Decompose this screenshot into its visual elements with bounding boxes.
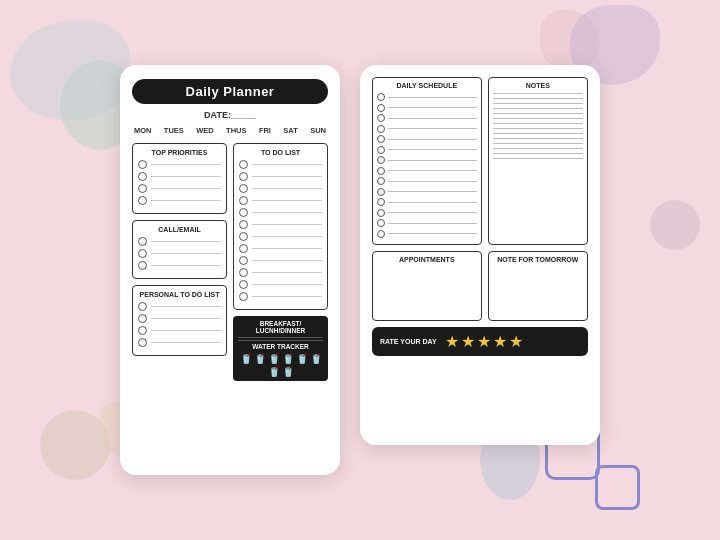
- personal-circle-4: [138, 338, 147, 347]
- todo-circle-10: [239, 268, 248, 277]
- water-cups: 🥤 🥤 🥤 🥤 🥤 🥤 🥤 🥤: [238, 353, 323, 377]
- rate-day-stars: ★★★★★: [445, 332, 525, 351]
- todo-circle-9: [239, 256, 248, 265]
- call-row-3: [138, 261, 221, 270]
- call-email-title: CALL/EMAIL: [138, 226, 221, 233]
- pages-container: Daily Planner DATE:_____ MON TUES WED TH…: [120, 65, 600, 475]
- cup-2: 🥤: [254, 353, 266, 364]
- todo-circle-11: [239, 280, 248, 289]
- cup-1: 🥤: [240, 353, 252, 364]
- sched-circle-7: [377, 156, 385, 164]
- schedule-box: DAILY SCHEDULE: [372, 77, 482, 245]
- todo-circle-3: [239, 184, 248, 193]
- sched-circle-3: [377, 114, 385, 122]
- sched-circle-9: [377, 177, 385, 185]
- priority-row-1: [138, 160, 221, 169]
- sched-circle-1: [377, 93, 385, 101]
- meal-line-2: [238, 340, 323, 341]
- todo-circle-2: [239, 172, 248, 181]
- call-row-2: [138, 249, 221, 258]
- todo-circle-4: [239, 196, 248, 205]
- call-circle-1: [138, 237, 147, 246]
- personal-row-4: [138, 338, 221, 347]
- sched-circle-11: [377, 198, 385, 206]
- schedule-title: DAILY SCHEDULE: [377, 82, 477, 89]
- decorative-rect-2: [595, 465, 640, 510]
- note-tomorrow-box: NOTE FOR TOMORROW: [488, 251, 588, 321]
- top-priorities-title: TOP PRIORITIES: [138, 149, 221, 156]
- day-tues: TUES: [164, 126, 184, 135]
- sched-circle-2: [377, 104, 385, 112]
- rate-day-label: RATE YOUR DAY: [380, 338, 437, 345]
- priority-row-3: [138, 184, 221, 193]
- sched-circle-4: [377, 125, 385, 133]
- personal-row-2: [138, 314, 221, 323]
- sched-circle-5: [377, 135, 385, 143]
- meal-line-1: [238, 337, 323, 338]
- left-page: Daily Planner DATE:_____ MON TUES WED TH…: [120, 65, 340, 475]
- day-sat: SAT: [283, 126, 297, 135]
- todo-circle-6: [239, 220, 248, 229]
- right-page: DAILY SCHEDULE NOTES: [360, 65, 600, 445]
- todo-circle-1: [239, 160, 248, 169]
- todo-list-title: TO DO LIST: [239, 149, 322, 156]
- right-top-section: DAILY SCHEDULE NOTES: [372, 77, 588, 245]
- personal-row-1: [138, 302, 221, 311]
- cup-4: 🥤: [282, 353, 294, 364]
- personal-todo-title: PERSONAL TO DO LIST: [138, 291, 221, 298]
- right-sections-col: TO DO LIST BREAKFAST/ LUCNH/DI: [233, 143, 328, 381]
- left-sections-col: TOP PRIORITIES CALL/EMAIL PERSONAL TO DO…: [132, 143, 227, 381]
- personal-circle-2: [138, 314, 147, 323]
- notes-title: NOTES: [493, 82, 583, 89]
- todo-circle-8: [239, 244, 248, 253]
- sched-circle-14: [377, 230, 385, 238]
- sched-circle-12: [377, 209, 385, 217]
- day-wed: WED: [196, 126, 214, 135]
- sched-circle-10: [377, 188, 385, 196]
- sched-circle-8: [377, 167, 385, 175]
- personal-row-3: [138, 326, 221, 335]
- priority-circle-1: [138, 160, 147, 169]
- todo-list-box: TO DO LIST: [233, 143, 328, 310]
- top-priorities-box: TOP PRIORITIES: [132, 143, 227, 214]
- meal-title: BREAKFAST/ LUCNH/DINNER: [238, 320, 323, 334]
- todo-circle-7: [239, 232, 248, 241]
- note-tomorrow-title: NOTE FOR TOMORROW: [493, 256, 583, 263]
- days-row: MON TUES WED THUS FRI SAT SUN: [132, 126, 328, 135]
- page-title: Daily Planner: [132, 79, 328, 104]
- priority-circle-3: [138, 184, 147, 193]
- meal-water-box: BREAKFAST/ LUCNH/DINNER WATER TRACKER 🥤 …: [233, 316, 328, 381]
- priority-row-2: [138, 172, 221, 181]
- priority-row-4: [138, 196, 221, 205]
- cup-5: 🥤: [296, 353, 308, 364]
- sched-circle-6: [377, 146, 385, 154]
- day-thus: THUS: [226, 126, 246, 135]
- personal-circle-1: [138, 302, 147, 311]
- sched-circle-13: [377, 219, 385, 227]
- right-bottom-section: APPOINTMENTS NOTE FOR TOMORROW: [372, 251, 588, 321]
- call-row-1: [138, 237, 221, 246]
- cup-8: 🥤: [282, 366, 294, 377]
- priority-circle-2: [138, 172, 147, 181]
- cup-6: 🥤: [310, 353, 322, 364]
- decorative-blob-8: [650, 200, 700, 250]
- rate-day-box: RATE YOUR DAY ★★★★★: [372, 327, 588, 356]
- appointments-title: APPOINTMENTS: [377, 256, 477, 263]
- todo-circle-12: [239, 292, 248, 301]
- call-circle-3: [138, 261, 147, 270]
- appointments-box: APPOINTMENTS: [372, 251, 482, 321]
- personal-todo-box: PERSONAL TO DO LIST: [132, 285, 227, 356]
- cup-3: 🥤: [268, 353, 280, 364]
- personal-circle-3: [138, 326, 147, 335]
- day-fri: FRI: [259, 126, 271, 135]
- day-mon: MON: [134, 126, 152, 135]
- call-circle-2: [138, 249, 147, 258]
- call-email-box: CALL/EMAIL: [132, 220, 227, 279]
- day-sun: SUN: [310, 126, 326, 135]
- water-tracker-label: WATER TRACKER: [238, 343, 323, 350]
- left-columns: TOP PRIORITIES CALL/EMAIL PERSONAL TO DO…: [132, 143, 328, 381]
- todo-circle-5: [239, 208, 248, 217]
- priority-circle-4: [138, 196, 147, 205]
- cup-7: 🥤: [268, 366, 280, 377]
- date-label: DATE:_____: [132, 110, 328, 120]
